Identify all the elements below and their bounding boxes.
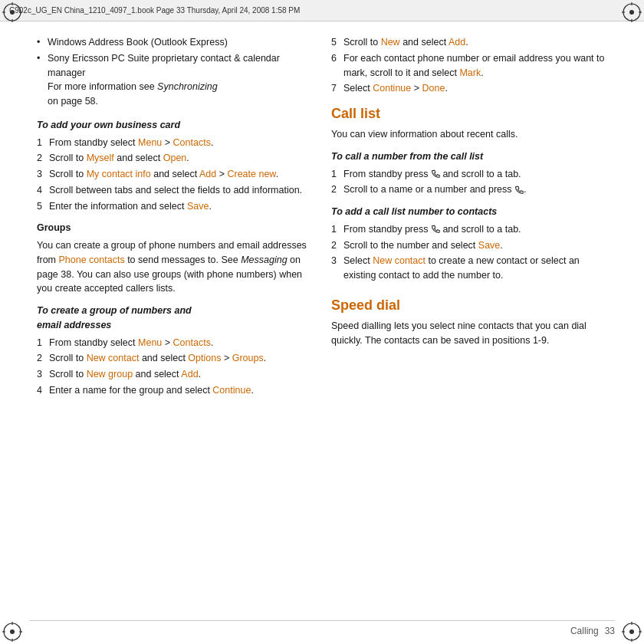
bullet-list: Windows Address Book (Outlook Express) S…: [37, 35, 313, 109]
cg-step-4: 4 Enter a name for the group and select …: [37, 383, 313, 398]
footer-text: Calling 33: [570, 626, 615, 636]
acl-step-2: 2 Scroll to the number and select Save.: [331, 238, 607, 253]
r-step-6: 6 For each contact phone number or email…: [331, 51, 607, 80]
step-4: 4 Scroll between tabs and select the fie…: [37, 183, 313, 198]
corner-mark-tl: [2, 2, 23, 23]
business-card-steps: 1 From standby select Menu > Contacts. 2…: [37, 136, 313, 214]
cg-step-1: 1 From standby select Menu > Contacts.: [37, 336, 313, 350]
r-step-5: 5 Scroll to New and select Add.: [331, 35, 607, 50]
main-content: Windows Address Book (Outlook Express) S…: [29, 21, 615, 615]
acl-step-1: 1 From standby press and scroll to a tab…: [331, 222, 607, 237]
corner-mark-br: [621, 621, 642, 642]
cn-step-2: 2 Scroll to a name or a number and press…: [331, 182, 607, 197]
cg-step-3: 3 Scroll to New group and select Add.: [37, 367, 313, 382]
footer: Calling 33: [29, 620, 615, 636]
bullet-item-1: Windows Address Book (Outlook Express): [37, 35, 313, 50]
create-group-steps: 1 From standby select Menu > Contacts. 2…: [37, 336, 313, 398]
bullet-item-2: Sony Ericsson PC Suite proprietary conta…: [37, 51, 313, 109]
header-text: C902c_UG_EN China_1210_4097_1.book Page …: [9, 6, 300, 15]
header-bar: C902c_UG_EN China_1210_4097_1.book Page …: [0, 0, 644, 21]
svg-point-19: [629, 629, 634, 634]
r-step-7: 7 Select Continue > Done.: [331, 81, 607, 96]
phone-icon-2: [514, 186, 524, 195]
call-list-para: You can view information about recent ca…: [331, 127, 607, 142]
footer-page: 33: [605, 626, 615, 636]
footer-section: Calling: [570, 626, 599, 636]
left-column: Windows Address Book (Outlook Express) S…: [37, 35, 313, 607]
step-2: 2 Scroll to Myself and select Open.: [37, 151, 313, 166]
right-top-steps: 5 Scroll to New and select Add. 6 For ea…: [331, 35, 607, 96]
add-call-list-heading: To add a call list number to contacts: [331, 205, 607, 219]
call-number-steps: 1 From standby press and scroll to a tab…: [331, 167, 607, 198]
speed-dial-para: Speed dialling lets you select nine cont…: [331, 319, 607, 348]
call-number-heading: To call a number from the call list: [331, 150, 607, 164]
phone-icon-1: [431, 169, 440, 179]
groups-para: You can create a group of phone numbers …: [37, 238, 313, 296]
right-column: 5 Scroll to New and select Add. 6 For ea…: [331, 35, 607, 607]
phone-icon-3: [431, 225, 440, 234]
step-5: 5 Enter the information and select Save.: [37, 199, 313, 214]
call-list-heading: Call list: [331, 104, 607, 124]
acl-step-3: 3 Select New contact to create a new con…: [331, 254, 607, 283]
corner-mark-tr: [621, 2, 642, 23]
create-group-heading: To create a group of numbers andemail ad…: [37, 304, 313, 333]
svg-point-1: [10, 10, 15, 15]
step-1: 1 From standby select Menu > Contacts.: [37, 136, 313, 150]
svg-point-13: [10, 629, 15, 634]
cn-step-1: 1 From standby press and scroll to a tab…: [331, 167, 607, 182]
business-card-heading: To add your own business card: [37, 118, 313, 133]
add-call-list-steps: 1 From standby press and scroll to a tab…: [331, 222, 607, 283]
svg-point-7: [629, 10, 634, 15]
speed-dial-heading: Speed dial: [331, 295, 607, 316]
cg-step-2: 2 Scroll to New contact and select Optio…: [37, 351, 313, 366]
step-3: 3 Scroll to My contact info and select A…: [37, 167, 313, 182]
groups-heading: Groups: [37, 221, 313, 235]
corner-mark-bl: [2, 621, 23, 642]
